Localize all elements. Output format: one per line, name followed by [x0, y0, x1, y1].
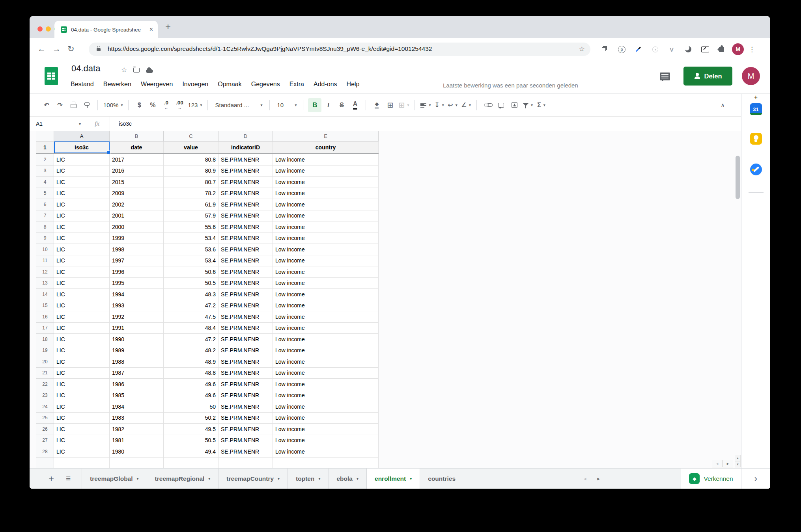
toolbar-decrease-decimals-button[interactable]: .0←: [159, 98, 173, 112]
tab-copy-icon[interactable]: [599, 43, 611, 55]
toolbar-font-size-button[interactable]: 10▾: [274, 98, 300, 112]
cell-E3[interactable]: Low income: [273, 166, 379, 177]
cell-C6[interactable]: 61.9: [164, 199, 218, 210]
name-box-dropdown-icon[interactable]: ▾: [79, 122, 81, 126]
cell-A26[interactable]: LIC: [54, 424, 110, 435]
column-header-E[interactable]: E: [273, 131, 379, 141]
toolbar-text-color-button[interactable]: A: [348, 98, 362, 112]
atom-icon[interactable]: [649, 43, 661, 55]
column-header-D[interactable]: D: [218, 131, 273, 141]
cell-E13[interactable]: Low income: [273, 278, 379, 289]
sheet-tab-treemapRegional[interactable]: treemapRegional▾: [147, 469, 219, 489]
cell-A14[interactable]: LIC: [54, 289, 110, 300]
all-sheets-menu-icon[interactable]: ≡: [66, 474, 71, 483]
toolbar-create-filter-button[interactable]: ▾: [521, 98, 534, 112]
menu-add-ons[interactable]: Add-ons: [314, 81, 337, 88]
cell-A27[interactable]: LIC: [54, 435, 110, 446]
cell-A17[interactable]: LIC: [54, 323, 110, 334]
row-header-8[interactable]: 8: [36, 221, 54, 233]
p-badge-icon[interactable]: p: [618, 46, 625, 53]
cell-header-country[interactable]: country: [273, 141, 379, 153]
cell-C13[interactable]: 50.5: [164, 278, 218, 289]
cell-E7[interactable]: Low income: [273, 210, 379, 222]
forward-icon[interactable]: →: [52, 38, 61, 60]
row-header-17[interactable]: 17: [36, 323, 54, 334]
close-tab-icon[interactable]: ×: [149, 26, 153, 33]
cell-E24[interactable]: Low income: [273, 401, 379, 413]
row-header-22[interactable]: 22: [36, 379, 54, 390]
cell-E4[interactable]: Low income: [273, 177, 379, 188]
cell-B19[interactable]: 1989: [110, 345, 164, 357]
cell-C5[interactable]: 78.2: [164, 188, 218, 199]
cell-B13[interactable]: 1995: [110, 278, 164, 289]
eyedropper-icon[interactable]: [633, 43, 644, 55]
cell-C21[interactable]: 48.8: [164, 368, 218, 379]
toolbar-font-button[interactable]: Standaard ...▾: [212, 98, 265, 112]
cell-B20[interactable]: 1988: [110, 356, 164, 368]
row-header-10[interactable]: 10: [36, 244, 54, 255]
cell-D3[interactable]: SE.PRM.NENR: [218, 166, 273, 177]
cell-D5[interactable]: SE.PRM.NENR: [218, 188, 273, 199]
star-document-icon[interactable]: ☆: [121, 66, 127, 74]
row-header-23[interactable]: 23: [36, 390, 54, 402]
cell-A18[interactable]: LIC: [54, 334, 110, 345]
row-header-20[interactable]: 20: [36, 356, 54, 368]
cell-B3[interactable]: 2016: [110, 166, 164, 177]
toolbar-merge-cells-button[interactable]: ⊞▾: [397, 98, 411, 112]
browser-menu-icon[interactable]: ⋮: [749, 45, 755, 54]
add-sheet-button[interactable]: +: [49, 473, 54, 484]
cell-C29[interactable]: [164, 458, 218, 469]
row-header-28[interactable]: 28: [36, 446, 54, 458]
cell-D24[interactable]: SE.PRM.NENR: [218, 401, 273, 413]
cell-A6[interactable]: LIC: [54, 199, 110, 210]
collapse-toolbar-icon[interactable]: ∧: [721, 102, 725, 109]
saved-to-drive-icon[interactable]: [146, 69, 153, 73]
cell-B7[interactable]: 2001: [110, 210, 164, 222]
cell-B27[interactable]: 1981: [110, 435, 164, 446]
row-header-21[interactable]: 21: [36, 368, 54, 379]
cell-C28[interactable]: 49.4: [164, 446, 218, 458]
cell-C9[interactable]: 53.4: [164, 233, 218, 244]
row-header-6[interactable]: 6: [36, 199, 54, 210]
row-header-9[interactable]: 9: [36, 233, 54, 244]
cell-C19[interactable]: 48.2: [164, 345, 218, 357]
cell-B21[interactable]: 1987: [110, 368, 164, 379]
moon-icon[interactable]: [682, 43, 694, 55]
add-addon-icon[interactable]: +: [754, 94, 758, 101]
cell-C23[interactable]: 49.6: [164, 390, 218, 402]
menu-gegevens[interactable]: Gegevens: [251, 81, 280, 88]
back-icon[interactable]: ←: [37, 38, 46, 60]
menu-bestand[interactable]: Bestand: [71, 81, 94, 88]
toolbar-functions-button[interactable]: Σ▾: [534, 98, 548, 112]
cell-A20[interactable]: LIC: [54, 356, 110, 368]
cell-C12[interactable]: 50.6: [164, 266, 218, 278]
cell-B14[interactable]: 1994: [110, 289, 164, 300]
cell-B22[interactable]: 1986: [110, 379, 164, 390]
cell-E27[interactable]: Low income: [273, 435, 379, 446]
last-edit-link[interactable]: Laatste bewerking was een paar seconden …: [443, 82, 578, 89]
toolbar-more-formats-button[interactable]: 123▾: [186, 98, 204, 112]
document-title[interactable]: 04.data: [71, 63, 100, 74]
cell-D13[interactable]: SE.PRM.NENR: [218, 278, 273, 289]
close-window-button[interactable]: [37, 26, 43, 32]
cell-A15[interactable]: LIC: [54, 300, 110, 312]
cell-D29[interactable]: [218, 458, 273, 469]
row-header-2[interactable]: 2: [36, 154, 54, 166]
cell-B9[interactable]: 1999: [110, 233, 164, 244]
column-header-B[interactable]: B: [110, 131, 164, 141]
cell-B8[interactable]: 2000: [110, 221, 164, 233]
sheets-logo-icon[interactable]: [45, 67, 58, 85]
scroll-right-button[interactable]: ▸: [723, 460, 733, 467]
toolbar-increase-decimals-button[interactable]: .00→: [173, 98, 186, 112]
cell-E5[interactable]: Low income: [273, 188, 379, 199]
toolbar-print-button[interactable]: [67, 98, 80, 112]
cell-E20[interactable]: Low income: [273, 356, 379, 368]
cell-C10[interactable]: 53.6: [164, 244, 218, 255]
cell-D21[interactable]: SE.PRM.NENR: [218, 368, 273, 379]
row-header-19[interactable]: 19: [36, 345, 54, 357]
cell-C27[interactable]: 50.5: [164, 435, 218, 446]
row-header-16[interactable]: 16: [36, 311, 54, 323]
cell-B2[interactable]: 2017: [110, 154, 164, 166]
cell-E12[interactable]: Low income: [273, 266, 379, 278]
toolbar-zoom-button[interactable]: 100%▾: [102, 98, 124, 112]
